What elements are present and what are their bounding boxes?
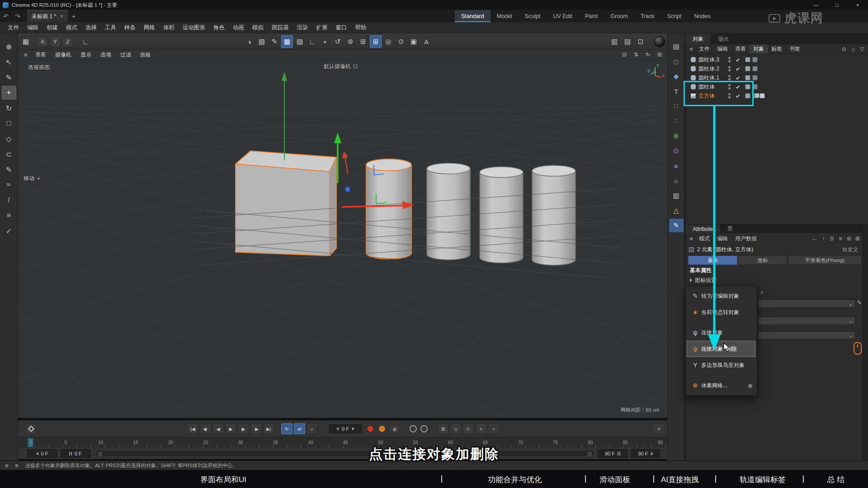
filter-icon[interactable]: ▽ [858, 45, 866, 53]
environment-icon[interactable]: ○ [669, 174, 684, 188]
menu-item[interactable]: 网格 [140, 22, 159, 33]
enable-check-icon[interactable] [736, 67, 740, 70]
view-label[interactable]: 透视视图 [28, 64, 50, 71]
axis-lock-button[interactable]: Z [62, 37, 73, 47]
polygon-tag-icon[interactable] [760, 93, 765, 99]
collapse-arrow-icon[interactable] [690, 278, 692, 282]
object-row-cylinder-2[interactable]: 圆柱体.2 [685, 64, 868, 73]
object-row-cylinder-3[interactable]: 圆柱体.3 [685, 55, 868, 64]
om-menu-file[interactable]: 文件 [695, 45, 713, 53]
edge-mode-icon[interactable]: ▨ [294, 35, 306, 48]
interactive-render-icon[interactable] [654, 36, 665, 47]
attribute-dropdown[interactable]: ⌄ [758, 300, 855, 308]
close-tab-icon[interactable]: × [60, 13, 63, 19]
next-frame-button[interactable]: ▶ [238, 423, 249, 434]
view-settings-icon[interactable]: ⊛ [344, 35, 356, 48]
menu-item[interactable]: 跟踪器 [268, 22, 293, 33]
prev-frame-button[interactable]: ◀ [212, 423, 224, 434]
visibility-dots[interactable] [728, 75, 731, 80]
search-icon[interactable]: ⊙ [840, 45, 848, 53]
prev-key-button[interactable]: ◀· [200, 423, 211, 434]
live-selection-icon[interactable]: ↖ [2, 55, 16, 69]
undo-icon[interactable]: ↶ [0, 10, 12, 22]
search-icon[interactable]: ⊙ [828, 235, 836, 243]
key-rotation-toggle[interactable]: ↻ [463, 423, 474, 434]
tab-objects[interactable]: 对象 [685, 33, 711, 44]
menu-item[interactable]: 选择 [81, 22, 101, 33]
am-menu-item[interactable]: 用户数据 [731, 235, 760, 243]
layout-tab-nodes[interactable]: Nodes [688, 10, 717, 22]
item-settings-gear-icon[interactable]: ⊛ [748, 382, 753, 389]
document-tab[interactable]: 未标题 1 * × [27, 10, 68, 22]
snap-toggle-icon[interactable]: ✓ [2, 224, 16, 238]
viewport-menu-item[interactable]: 显示 [76, 51, 96, 59]
key-scale-toggle[interactable]: ◇ [450, 423, 461, 434]
menu-item[interactable]: 模式 [62, 22, 81, 33]
layout-tab-groom[interactable]: Groom [604, 10, 634, 22]
chapter-item[interactable]: 界面布局和UI [200, 474, 246, 485]
workplane-icon[interactable]: ▪ [319, 35, 331, 48]
menu-item[interactable]: 编辑 [23, 22, 42, 33]
redo-icon[interactable]: ↷ [12, 10, 24, 22]
cube-primitive-icon[interactable]: ◆ [669, 70, 684, 83]
om-menu-tags[interactable]: 标签 [768, 45, 786, 53]
goto-start-button[interactable]: |◀ [187, 423, 198, 434]
frame-increment-icon[interactable] [352, 427, 354, 431]
menu-item[interactable]: 帮助 [351, 22, 371, 33]
edit-pencil-icon[interactable]: ✎ [857, 300, 862, 306]
view-maximize-icon[interactable]: ⊞ [656, 51, 664, 59]
menu-item[interactable]: 渲染 [293, 22, 312, 33]
light-icon[interactable]: △ [669, 204, 684, 217]
camera-label[interactable]: 默认摄像机 [324, 63, 357, 70]
prop-tab-phong[interactable]: 平滑着色(Phong) [788, 256, 862, 265]
render-settings-icon[interactable]: ⊡ [635, 35, 646, 48]
coordinates-manager-icon[interactable]: ✎ [669, 219, 684, 232]
smooth-tool-icon[interactable]: ≈ [2, 178, 16, 192]
move-tool-icon[interactable]: + [2, 86, 16, 99]
next-key-button[interactable]: ·▶ [250, 423, 262, 434]
attribute-dropdown[interactable]: ⌄ [758, 331, 855, 339]
viewport-menu-item[interactable]: 选项 [96, 51, 116, 59]
render-view-icon[interactable]: ▥ [609, 35, 620, 48]
up-icon[interactable]: ↑ [819, 235, 827, 243]
menu-item-polygon-islands-to-objects[interactable]: Y 多边形孤岛至对象 [687, 357, 755, 373]
magnet-tool-icon[interactable]: ⊂ [2, 147, 16, 161]
layout-tab-paint[interactable]: Paint [579, 10, 604, 22]
chapter-item[interactable]: 滑动面板 [599, 474, 630, 485]
home-icon[interactable]: ⌂ [849, 45, 857, 53]
view-toggle-icon[interactable]: ⇅ [632, 51, 640, 59]
back-icon[interactable]: ← [811, 235, 819, 243]
modeling-mode-icon[interactable]: ▦ [20, 35, 32, 48]
key-pla-toggle[interactable]: ≈ [488, 423, 499, 434]
tag-icon[interactable] [752, 75, 758, 80]
om-menu-edit[interactable]: 编辑 [713, 45, 731, 53]
grid-toggle-icon[interactable]: ⊞ [357, 35, 369, 48]
view-layout-icon[interactable]: ⊟ [620, 51, 628, 59]
fcurve-button[interactable]: ↗ [653, 423, 664, 434]
viewport-menu-item[interactable]: 查看 [31, 51, 51, 59]
viewport-canvas[interactable] [18, 60, 667, 418]
text-spline-icon[interactable]: T [669, 84, 684, 98]
chapter-item[interactable]: 功能合并与优化 [488, 474, 542, 485]
play-button[interactable]: ▶ [225, 423, 236, 434]
visibility-dots[interactable] [728, 57, 731, 62]
autokey-button[interactable] [378, 425, 386, 433]
menu-item[interactable]: 动画 [229, 22, 248, 33]
om-burger-icon[interactable]: ≡ [687, 46, 695, 52]
menu-item-voxel-mesh[interactable]: ⊛ 体素网格... ⊛ [687, 377, 755, 394]
tag-icon[interactable] [745, 66, 750, 71]
model-mode-icon[interactable]: ▧ [256, 35, 268, 48]
minimize-button[interactable]: — [806, 0, 826, 10]
deformer-icon[interactable]: ≡ [669, 159, 684, 173]
tag-icon[interactable] [745, 57, 750, 62]
tag-icon[interactable] [745, 75, 750, 80]
keyframe-settings-button[interactable]: ⊛ [390, 425, 400, 434]
view-undo-icon[interactable]: ↺ [332, 35, 344, 48]
menu-item[interactable]: 文件 [4, 22, 23, 33]
layout-tab-model[interactable]: Model [491, 10, 519, 22]
add-keyframe-button[interactable] [25, 423, 37, 434]
menu-item[interactable]: 模拟 [248, 22, 268, 33]
enable-check-icon[interactable] [736, 76, 740, 80]
viewport-menu-item[interactable]: 摄像机 [51, 51, 76, 59]
axis-lock-button[interactable]: Y [50, 37, 61, 47]
